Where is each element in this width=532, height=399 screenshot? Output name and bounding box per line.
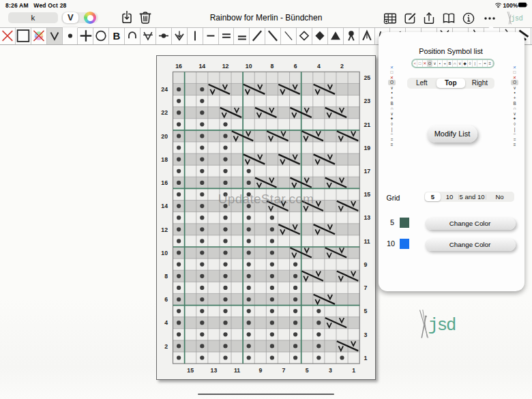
svg-text:jsd: jsd bbox=[428, 316, 456, 336]
svg-text:jsd: jsd bbox=[511, 14, 523, 23]
svg-text:B: B bbox=[113, 30, 121, 42]
